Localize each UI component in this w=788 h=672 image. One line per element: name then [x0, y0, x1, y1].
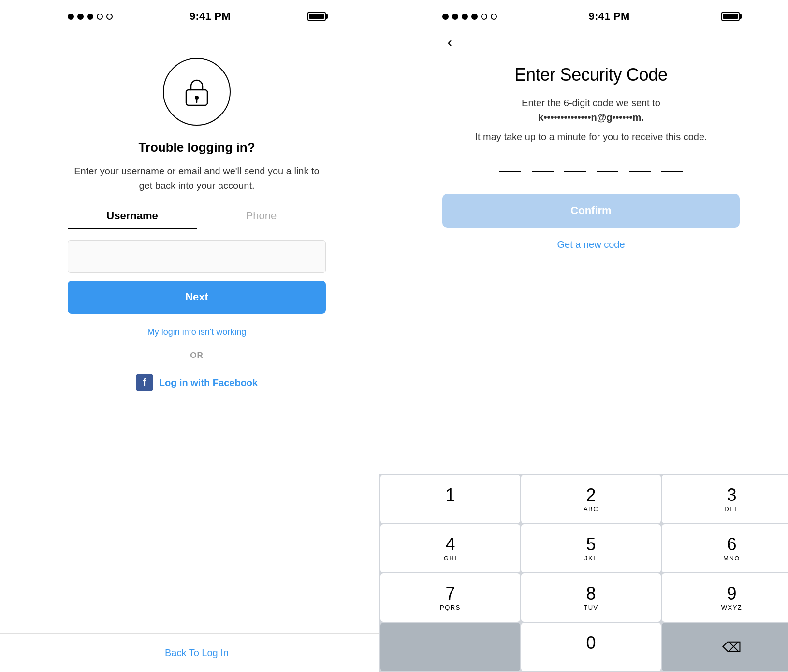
- bottom-back-bar: Back To Log In: [0, 633, 394, 672]
- key-5[interactable]: 5 JKL: [521, 524, 661, 572]
- tab-phone[interactable]: Phone: [197, 210, 326, 229]
- key-6[interactable]: 6 MNO: [662, 524, 788, 572]
- code-dash-5: [629, 171, 651, 172]
- login-tabs: Username Phone: [68, 210, 326, 229]
- lock-circle: [163, 58, 231, 126]
- code-dashes: [499, 171, 683, 172]
- r-dot-2: [452, 14, 458, 20]
- masked-email: k••••••••••••••n@g••••••m.: [538, 112, 643, 123]
- key-9[interactable]: 9 WXYZ: [662, 573, 788, 622]
- trouble-title: Trouble logging in?: [138, 140, 255, 155]
- r-dot-4: [471, 14, 478, 20]
- trouble-desc: Enter your username or email and we'll s…: [68, 164, 326, 193]
- right-signal-dots: [442, 14, 497, 20]
- key-7[interactable]: 7 PQRS: [380, 573, 520, 622]
- or-text: OR: [182, 351, 211, 360]
- key-backspace[interactable]: ⌫: [662, 623, 788, 671]
- key-0[interactable]: 0: [521, 623, 661, 671]
- dot-2: [77, 14, 84, 20]
- r-dot-1: [442, 14, 449, 20]
- right-status-bar: 9:41 PM: [442, 0, 740, 29]
- key-empty: [380, 623, 520, 671]
- dot-1: [68, 14, 74, 20]
- right-battery: [721, 12, 740, 21]
- security-desc-line1: Enter the 6-digit code we sent to k•••••…: [522, 96, 660, 125]
- right-panel: 9:41 PM ‹ Enter Security Code Enter the …: [394, 0, 788, 672]
- numpad: 1 2 ABC 3 DEF 4 GHI 5 JKL 6 MNO 7 PQRS: [379, 474, 788, 672]
- battery-fill: [309, 14, 324, 19]
- key-2[interactable]: 2 ABC: [521, 475, 661, 523]
- backspace-icon: ⌫: [722, 639, 742, 655]
- or-line-left: [68, 356, 182, 356]
- back-arrow[interactable]: ‹: [442, 34, 452, 50]
- code-dash-4: [597, 171, 618, 172]
- lock-icon: [182, 76, 211, 108]
- security-title: Enter Security Code: [514, 65, 667, 85]
- or-divider: OR: [68, 351, 326, 360]
- confirm-button[interactable]: Confirm: [442, 194, 740, 228]
- back-to-login-link[interactable]: Back To Log In: [165, 647, 229, 658]
- or-line-right: [211, 356, 326, 356]
- tab-username[interactable]: Username: [68, 210, 197, 229]
- key-4[interactable]: 4 GHI: [380, 524, 520, 572]
- right-time: 9:41 PM: [588, 10, 629, 23]
- left-status-bar: 9:41 PM: [68, 0, 326, 29]
- left-battery: [307, 12, 326, 21]
- dot-5: [106, 14, 113, 20]
- left-panel: 9:41 PM Trouble logging in? Enter your u…: [0, 0, 394, 672]
- login-issue-link[interactable]: My login info isn't working: [147, 327, 247, 337]
- key-1[interactable]: 1: [380, 475, 520, 523]
- dot-4: [97, 14, 103, 20]
- dot-3: [87, 14, 93, 20]
- left-time: 9:41 PM: [190, 10, 231, 23]
- code-dash-1: [499, 171, 521, 172]
- next-button[interactable]: Next: [68, 281, 326, 314]
- code-dash-6: [661, 171, 683, 172]
- username-input[interactable]: [68, 240, 326, 273]
- key-8[interactable]: 8 TUV: [521, 573, 661, 622]
- code-dash-3: [564, 171, 586, 172]
- facebook-icon: f: [136, 374, 153, 391]
- facebook-label: Log in with Facebook: [159, 377, 258, 388]
- signal-dots: [68, 14, 113, 20]
- key-3[interactable]: 3 DEF: [662, 475, 788, 523]
- r-dot-3: [462, 14, 468, 20]
- code-dash-2: [532, 171, 554, 172]
- facebook-login[interactable]: f Log in with Facebook: [136, 374, 258, 391]
- wait-desc: It may take up to a minute for you to re…: [475, 129, 707, 144]
- r-dot-5: [481, 14, 487, 20]
- r-dot-6: [491, 14, 497, 20]
- get-new-code-link[interactable]: Get a new code: [557, 239, 625, 250]
- right-battery-fill: [723, 14, 738, 19]
